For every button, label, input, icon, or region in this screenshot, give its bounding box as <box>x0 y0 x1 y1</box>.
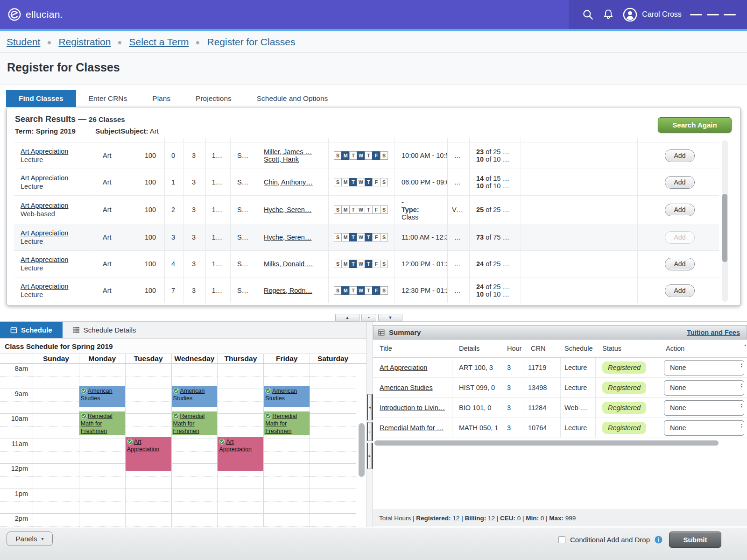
splitter-up-button[interactable]: ▲ <box>335 314 359 321</box>
tab-schedule-details[interactable]: Schedule Details <box>63 322 147 338</box>
tab-enter-crns[interactable]: Enter CRNs <box>76 90 140 107</box>
instructor-link[interactable]: Scott, Hank <box>264 156 324 163</box>
calendar-event[interactable]: American Studies <box>264 386 310 407</box>
class-col-b-cell: S… <box>231 142 257 169</box>
instructor-link[interactable]: Hyche, Seren… <box>264 234 324 241</box>
class-title-link[interactable]: Art Appreciation <box>21 229 92 237</box>
breadcrumb-select-a-term[interactable]: Select a Term <box>129 36 189 48</box>
summary-title-link[interactable]: Remedial Math for … <box>380 424 444 432</box>
classes-table-scrollbar-thumb[interactable] <box>722 194 727 262</box>
splitter-dot-button[interactable]: • <box>361 314 376 321</box>
class-title-link[interactable]: Art Appreciation <box>21 283 92 290</box>
add-button[interactable]: Add <box>665 284 695 297</box>
summary-title-link[interactable]: Art Appreciation <box>380 364 427 371</box>
chevron-down-icon: ▾ <box>41 536 43 541</box>
calendar-event[interactable]: Remedial Math for Freshmen <box>79 411 125 435</box>
calendar-event[interactable]: Art Appreciation <box>218 437 263 471</box>
add-button[interactable]: Add <box>665 204 695 216</box>
splitter-dot-button-vertical[interactable]: • <box>367 422 373 441</box>
add-button[interactable]: Add <box>665 258 695 270</box>
calendar-hour-cell <box>33 389 79 414</box>
search-again-button[interactable]: Search Again <box>658 117 732 133</box>
totals-value: 12 <box>488 515 495 522</box>
tuition-and-fees-link[interactable]: Tuition and Fees <box>687 329 740 336</box>
calendar-hour-cell <box>264 439 310 464</box>
search-results-header: Search Results — 26 Classes Term: Spring… <box>7 107 740 135</box>
instructor-link[interactable]: Chin, Anthony… <box>264 178 324 186</box>
day-box: W <box>357 178 365 186</box>
calendar-event[interactable]: Remedial Math for Freshmen <box>264 411 310 435</box>
breadcrumb-student[interactable]: Student <box>7 36 40 48</box>
action-select[interactable]: None▴▾ <box>664 360 744 376</box>
calendar-event[interactable]: Remedial Math for Freshmen <box>172 411 218 435</box>
splitter-left-button[interactable]: ◄ <box>367 394 373 420</box>
day-box: T <box>365 260 373 268</box>
class-row: Art AppreciationLectureArt100331…S…Hyche… <box>14 224 719 250</box>
tab-find-classes[interactable]: Find Classes <box>6 90 76 107</box>
summary-hscrollbar[interactable] <box>373 439 747 447</box>
class-title-link[interactable]: Art Appreciation <box>21 202 92 209</box>
totals-separator: | <box>521 515 526 522</box>
summary-schedule-cell: Lecture <box>561 378 596 397</box>
class-col-a-cell: 1… <box>206 251 231 277</box>
seats-rest: of 25 … <box>484 206 509 213</box>
seats-line: 10 of 10 … <box>476 291 517 298</box>
tab-projections[interactable]: Projections <box>183 90 244 107</box>
instructor-link[interactable]: Rogers, Rodn… <box>264 287 324 294</box>
conditional-add-drop-checkbox[interactable] <box>558 536 565 543</box>
search-results-panel: Search Results — 26 Classes Term: Spring… <box>6 107 741 306</box>
class-spacer-cell <box>521 277 638 303</box>
summary-rows: Art AppreciationART 100, 3311719LectureR… <box>373 358 747 438</box>
class-section-cell: 7 <box>165 277 184 303</box>
class-seats-cell: 24 of 25 … <box>470 251 521 277</box>
tab-schedule[interactable]: Schedule <box>0 322 63 338</box>
calendar-event[interactable]: Art Appreciation <box>126 437 171 471</box>
calendar-scrollbar-thumb[interactable] <box>359 423 365 477</box>
class-title-link[interactable]: Art Appreciation <box>21 148 92 155</box>
class-hours-cell: 3 <box>184 142 206 169</box>
action-select[interactable]: None▴▾ <box>664 420 744 436</box>
tab-schedule-and-options[interactable]: Schedule and Options <box>244 90 341 107</box>
submit-button[interactable]: Submit <box>669 532 721 548</box>
calendar-event[interactable]: American Studies <box>172 386 218 407</box>
avatar-icon <box>623 7 637 22</box>
calendar-hour-cell <box>126 489 171 514</box>
summary-title-link[interactable]: American Studies <box>380 384 433 391</box>
seats-count: 23 <box>476 148 484 156</box>
action-select[interactable]: None▴▾ <box>664 400 744 416</box>
instructor-link[interactable]: Hyche, Seren… <box>264 206 324 213</box>
class-title-link[interactable]: Art Appreciation <box>21 256 92 263</box>
tab-plans[interactable]: Plans <box>140 90 183 107</box>
class-meeting-time-cell: 06:00 PM - 09:0 <box>395 169 448 195</box>
breadcrumb-registration[interactable]: Registration <box>58 36 111 48</box>
action-select[interactable]: None▴▾ <box>664 380 744 396</box>
search-results-dash: — <box>76 114 89 124</box>
user-menu[interactable]: Carol Cross <box>623 7 681 22</box>
class-row: Art AppreciationLectureArt100031…S…Mille… <box>14 142 719 169</box>
day-box: W <box>357 233 365 241</box>
calendar-event[interactable]: American Studies <box>79 386 125 407</box>
instructor-link[interactable]: Milks, Donald … <box>264 260 324 268</box>
summary-hscrollbar-thumb[interactable] <box>374 440 719 446</box>
class-col-b-cell: S… <box>231 251 257 277</box>
splitter-down-button[interactable]: ▼ <box>378 314 402 321</box>
add-button[interactable]: Add <box>665 149 695 162</box>
classes-table-scrollbar[interactable] <box>722 140 728 302</box>
class-number-cell: 100 <box>138 196 165 224</box>
status-badge: Registered <box>602 402 646 414</box>
top-navbar: ellucian. Carol Cross <box>0 0 747 29</box>
instructor-link[interactable]: Miller, James … <box>264 148 324 156</box>
search-icon[interactable] <box>582 8 594 21</box>
info-icon[interactable] <box>655 536 662 544</box>
class-title-link[interactable]: Art Appreciation <box>21 174 92 182</box>
calendar-hour-cell <box>264 464 310 489</box>
panels-button[interactable]: Panels ▾ <box>7 532 53 546</box>
seats-line: 10 of 10 … <box>476 156 517 163</box>
totals-separator: | <box>495 515 500 522</box>
bell-icon[interactable] <box>602 8 614 21</box>
seats-rest: of 75 … <box>484 234 509 241</box>
splitter-right-button[interactable]: ► <box>367 443 373 469</box>
hamburger-icon[interactable] <box>690 12 736 18</box>
add-button[interactable]: Add <box>665 176 695 189</box>
summary-title-link[interactable]: Introduction to Livin… <box>380 404 445 411</box>
